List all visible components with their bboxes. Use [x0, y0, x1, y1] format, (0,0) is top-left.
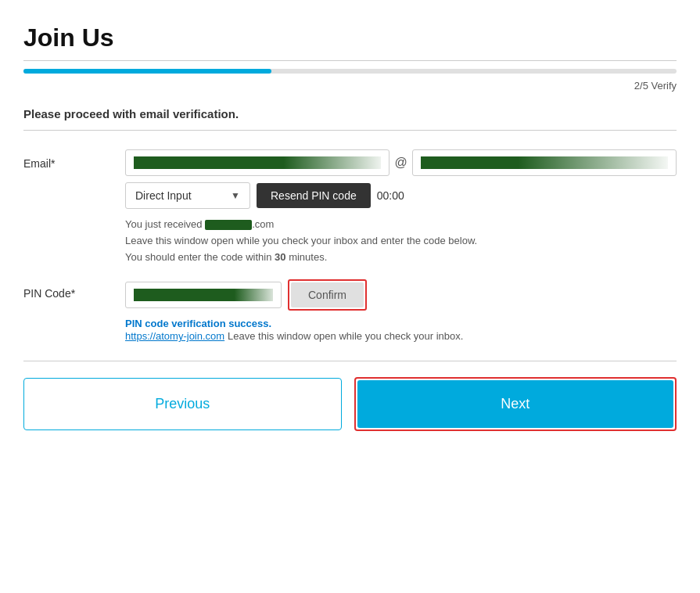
- hint-minutes-bold: 30: [275, 251, 285, 263]
- email-label: Email*: [23, 149, 125, 170]
- email-input-left[interactable]: [125, 149, 389, 176]
- email-fields: @ Direct Input ▼ Resend PIN code 00:00 Y…: [125, 149, 677, 265]
- title-divider: [23, 60, 677, 61]
- hint-line1-prefix: You just received: [125, 218, 205, 230]
- masked-email: [205, 220, 252, 230]
- countdown-timer: 00:00: [377, 189, 404, 202]
- direct-input-dropdown[interactable]: Direct Input ▼: [125, 182, 250, 209]
- pin-code-input[interactable]: [125, 282, 282, 308]
- at-symbol: @: [394, 156, 407, 170]
- pin-link-row: https://atomy-join.com Leave this window…: [125, 329, 677, 342]
- bottom-divider: [23, 361, 677, 361]
- atomy-link[interactable]: https://atomy-join.com: [125, 330, 224, 342]
- confirm-button[interactable]: Confirm: [291, 282, 364, 307]
- pin-hint: Leave this window open while you check y…: [228, 330, 463, 342]
- hint-line3-prefix: You should enter the code within: [125, 251, 275, 263]
- pin-input-row: Confirm: [125, 279, 677, 311]
- pin-form-row: PIN Code* Confirm PIN code verification …: [23, 279, 677, 342]
- hint-line1-suffix: .com: [252, 218, 274, 230]
- dropdown-label: Direct Input: [135, 189, 192, 202]
- pin-label: PIN Code*: [23, 279, 125, 300]
- email-form-row: Email* @ Direct Input ▼ Resend PIN code …: [23, 149, 677, 265]
- progress-bar-fill: [23, 69, 271, 74]
- hint-line3-suffix: minutes.: [286, 251, 328, 263]
- email-hint: You just received .com Leave this window…: [125, 217, 677, 265]
- previous-button[interactable]: Previous: [23, 378, 342, 430]
- progress-bar-container: [23, 69, 677, 74]
- chevron-down-icon: ▼: [231, 190, 240, 201]
- pin-fields: Confirm PIN code verification success. h…: [125, 279, 677, 342]
- section-description: Please proceed with email verification.: [23, 107, 677, 120]
- email-input-right[interactable]: [412, 149, 677, 176]
- email-input-row: @: [125, 149, 677, 176]
- resend-pin-button[interactable]: Resend PIN code: [257, 183, 371, 208]
- confirm-btn-wrapper: Confirm: [288, 279, 367, 311]
- progress-label: 2/5 Verify: [23, 80, 677, 92]
- hint-line2: Leave this window open while you check y…: [125, 235, 477, 246]
- pin-success-text: PIN code verification success.: [125, 317, 677, 329]
- button-row: Previous Next: [23, 377, 677, 431]
- section-divider: [23, 130, 677, 131]
- next-btn-wrapper: Next: [354, 377, 677, 431]
- next-button[interactable]: Next: [357, 380, 674, 428]
- page-title: Join Us: [23, 23, 677, 52]
- email-actions-row: Direct Input ▼ Resend PIN code 00:00: [125, 182, 677, 209]
